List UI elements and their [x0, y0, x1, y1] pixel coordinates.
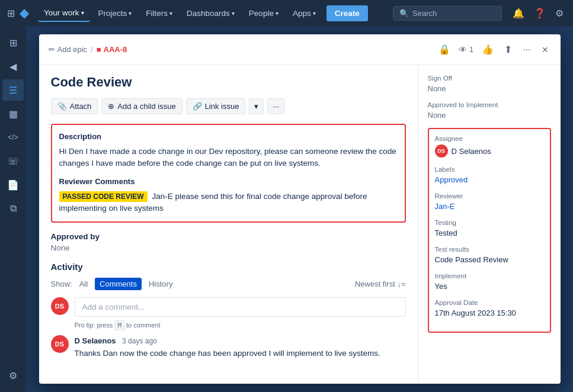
test-results-label: Test results [435, 246, 544, 253]
show-all-button[interactable]: All [77, 278, 90, 290]
approved-by-title: Approved by [51, 232, 406, 241]
eye-icon: 👁 [459, 45, 467, 54]
sidebar-item-settings[interactable]: ⚙ [2, 365, 24, 386]
lock-icon[interactable]: 🔒 [436, 41, 453, 57]
sort-newest-button[interactable]: Newest first ↓= [355, 279, 406, 288]
sidebar-item-list[interactable]: ☰ [2, 79, 24, 101]
sign-off-field: Sign Off None [428, 75, 551, 93]
comment-item: DS D Selaenos 3 days ago Thanks Dan now … [51, 335, 406, 359]
approved-to-implement-field: Approved to Implement None [428, 101, 551, 120]
comment-input-row: DS Add a comment... [51, 297, 406, 317]
sidebar-item-code[interactable]: </> [2, 127, 24, 148]
watchers-count: 1 [469, 45, 473, 54]
nav-filters-label: Filters [146, 9, 168, 18]
implement-label: Implement [435, 272, 544, 279]
passed-badge: PASSED CODE REVIEW [59, 191, 148, 202]
comment-time: 3 days ago [122, 337, 157, 345]
show-history-button[interactable]: History [146, 278, 175, 290]
nav-people-label: People [249, 9, 274, 18]
grid-icon[interactable]: ⊞ [7, 8, 15, 19]
watchers-badge[interactable]: 👁 1 [459, 45, 473, 54]
sidebar-item-board[interactable]: ▦ [2, 103, 24, 124]
reviewer-value[interactable]: Jan-E [435, 202, 544, 211]
nav-dashboards[interactable]: Dashboards ▾ [181, 5, 241, 21]
modal-header: ✏ Add epic / ■ AAA-8 🔒 👁 1 👍 ⬆ ··· ✕ [39, 34, 561, 65]
breadcrumb-issue[interactable]: ■ AAA-8 [97, 45, 127, 54]
show-label: Show: [51, 279, 72, 288]
notifications-icon[interactable]: 🔔 [510, 5, 527, 21]
nav-apps[interactable]: Apps ▾ [287, 5, 322, 21]
sidebar-item-layers[interactable]: ⧉ [2, 198, 24, 219]
link-issue-button[interactable]: 🔗 Link issue [186, 98, 246, 114]
comment-text: Thanks Dan now the code change has been … [75, 348, 406, 359]
approval-date-label: Approval Date [435, 299, 544, 306]
approval-date-field: Approval Date 17th August 2023 15:30 [435, 299, 544, 317]
nav-your-work-chevron: ▾ [81, 9, 84, 16]
sidebar-item-doc[interactable]: 📄 [2, 174, 24, 195]
comment-author: D Selaenos [75, 336, 116, 345]
issue-title: Code Review [51, 75, 406, 90]
modal-body: Code Review 📎 Attach ⊕ Add a child issue… [39, 65, 561, 384]
toolbar-more-button[interactable]: ··· [267, 98, 284, 114]
right-panel: Sign Off None Approved to Implement None… [418, 65, 561, 384]
approved-to-implement-value: None [428, 111, 551, 120]
test-results-value: Code Passed Review [435, 255, 544, 264]
close-icon[interactable]: ✕ [539, 43, 551, 57]
sidebar-item-home[interactable]: ⊞ [2, 32, 24, 53]
settings-icon[interactable]: ⚙ [553, 5, 566, 21]
search-input[interactable] [412, 9, 495, 18]
reviewer-label: Reviewer [435, 192, 544, 200]
breadcrumb-add-epic[interactable]: ✏ Add epic [49, 45, 88, 54]
assignee-row: DS D Selaenos [435, 144, 544, 158]
nav-dashboards-chevron: ▾ [232, 10, 235, 17]
testing-label: Testing [435, 219, 544, 226]
attach-icon: 📎 [57, 102, 67, 111]
toolbar: 📎 Attach ⊕ Add a child issue 🔗 Link issu… [51, 98, 406, 114]
link-icon: 🔗 [193, 102, 202, 111]
assignee-name[interactable]: D Selaenos [452, 147, 491, 156]
nav-your-work-label: Your work [44, 8, 79, 17]
assignee-avatar: DS [435, 144, 448, 158]
create-button[interactable]: Create [326, 5, 368, 21]
show-comments-button[interactable]: Comments [95, 278, 142, 290]
issue-modal: ✏ Add epic / ■ AAA-8 🔒 👁 1 👍 ⬆ ··· ✕ [39, 34, 561, 384]
add-child-issue-button[interactable]: ⊕ Add a child issue [101, 98, 182, 114]
activity-filter-row: Show: All Comments History Newest first … [51, 278, 406, 290]
share-icon[interactable]: ⬆ [502, 41, 514, 57]
comment-avatar: DS [51, 335, 69, 353]
approved-to-implement-label: Approved to Implement [428, 101, 551, 108]
like-icon[interactable]: 👍 [479, 41, 496, 57]
reviewer-comments-text: PASSED CODE REVIEW Jan-E please send thi… [59, 191, 398, 215]
nav-projects[interactable]: Projects ▾ [92, 5, 138, 21]
test-results-field: Test results Code Passed Review [435, 246, 544, 264]
header-icon-group: 🔔 ❓ ⚙ [510, 5, 566, 21]
app-logo[interactable]: ◆ [20, 6, 28, 20]
issue-type-icon: ■ [97, 45, 101, 54]
help-icon[interactable]: ❓ [532, 5, 548, 21]
testing-value: Tested [435, 229, 544, 237]
toolbar-dropdown-button[interactable]: ▾ [249, 98, 264, 114]
reviewer-field: Reviewer Jan-E [435, 192, 544, 211]
nav-your-work[interactable]: Your work ▾ [38, 5, 90, 22]
comment-input[interactable]: Add a comment... [75, 297, 406, 317]
reviewer-comments-title: Reviewer Comments [59, 177, 398, 186]
nav-filters[interactable]: Filters ▾ [140, 5, 178, 21]
nav-projects-chevron: ▾ [129, 10, 132, 17]
search-icon: 🔍 [399, 9, 409, 18]
description-section: Description Hi Den I have made a code ch… [51, 124, 406, 223]
approved-by-section: Approved by None [51, 232, 406, 252]
nav-filters-chevron: ▾ [169, 10, 172, 17]
activity-title: Activity [51, 262, 406, 272]
more-actions-icon[interactable]: ··· [520, 42, 533, 57]
pencil-icon: ✏ [49, 45, 55, 54]
labels-value[interactable]: Approved [435, 175, 544, 184]
sign-off-label: Sign Off [428, 75, 551, 82]
pro-tip-text: Pro tip: press M to comment [75, 322, 406, 329]
sidebar-item-back[interactable]: ◀ [2, 56, 24, 77]
pro-tip-key: M [114, 320, 124, 330]
nav-people-chevron: ▾ [276, 10, 279, 17]
sidebar-item-phone[interactable]: ☏ [2, 150, 24, 172]
nav-apps-label: Apps [293, 9, 311, 18]
nav-people[interactable]: People ▾ [243, 5, 284, 21]
attach-button[interactable]: 📎 Attach [51, 98, 98, 114]
